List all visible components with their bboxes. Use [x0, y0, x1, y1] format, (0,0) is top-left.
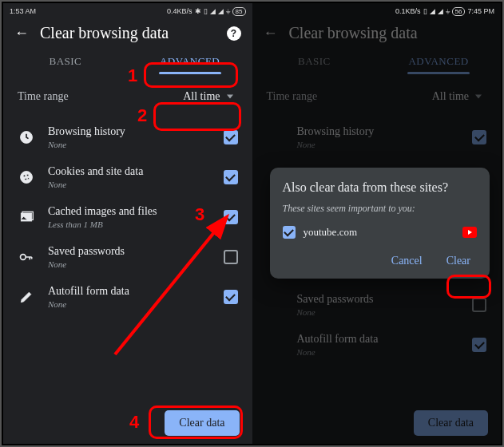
annotation-number: 2	[137, 105, 147, 126]
item-sub: None	[48, 259, 211, 269]
checkbox[interactable]	[224, 130, 238, 144]
checkbox[interactable]	[224, 250, 238, 264]
page-title: Clear browsing data	[40, 24, 227, 42]
tab-advanced[interactable]: ADVANCED	[128, 49, 252, 76]
dialog-heading: Also clear data from these sites?	[283, 180, 478, 195]
tab-basic[interactable]: BASIC	[252, 49, 377, 76]
clock-icon	[18, 129, 35, 146]
list-item[interactable]: Cookies and site data None	[3, 157, 252, 197]
signal-icon: ◢	[210, 7, 216, 15]
tab-advanced[interactable]: ADVANCED	[376, 49, 501, 76]
time-range-label: Time range	[267, 90, 421, 103]
item-sub: None	[297, 307, 460, 317]
status-net: 0.1KB/s	[395, 7, 421, 15]
checkbox[interactable]	[472, 338, 486, 352]
svg-point-8	[21, 255, 26, 260]
item-label: Cached images and files	[48, 205, 211, 218]
checkbox[interactable]	[472, 298, 486, 312]
phone-left: 1:53 AM 0.4KB/s ✱ ▯ ◢ ◢ ⏚ 85 ← Clear bro…	[3, 3, 252, 444]
svg-point-1	[21, 172, 33, 184]
time-range-label: Time range	[18, 90, 172, 103]
wifi-icon: ⏚	[446, 7, 450, 15]
youtube-icon	[462, 227, 477, 238]
svg-point-5	[28, 178, 30, 180]
title-bar: ← Clear browsing data ?	[3, 19, 252, 45]
help-icon[interactable]: ?	[227, 26, 241, 41]
pencil-icon	[18, 288, 35, 306]
image-icon	[18, 208, 35, 226]
checkbox[interactable]	[283, 226, 296, 239]
dialog-site-row[interactable]: youtube.com	[283, 226, 478, 239]
page-title: Clear browsing data	[289, 24, 490, 42]
signal-icon: ◢	[438, 7, 443, 15]
site-name: youtube.com	[304, 226, 358, 239]
item-label: Autofill form data	[48, 285, 211, 298]
signal-icon: ◢	[218, 7, 224, 15]
sim-icon: ▯	[204, 7, 208, 15]
svg-point-4	[25, 178, 27, 180]
signal-icon: ◢	[430, 7, 435, 15]
item-sub: None	[48, 299, 211, 309]
item-label: Saved passwords	[297, 293, 460, 306]
dialog-clear-button[interactable]: Clear	[440, 251, 477, 271]
item-label: Saved passwords	[48, 245, 211, 258]
item-sub: None	[297, 347, 460, 357]
item-label: Cookies and site data	[48, 165, 211, 178]
status-net: 0.4KB/s	[167, 7, 192, 15]
status-bar: 1:53 AM 0.4KB/s ✱ ▯ ◢ ◢ ⏚ 85	[3, 3, 252, 19]
phone-right: 0.1KB/s ▯ ◢ ◢ ⏚ 56 7:45 PM ← Clear brows…	[252, 3, 502, 444]
annotation-number: 1	[128, 65, 137, 86]
wifi-icon: ⏚	[226, 7, 230, 15]
title-bar: ← Clear browsing data	[252, 19, 502, 45]
bluetooth-icon: ✱	[195, 7, 201, 15]
time-range-select[interactable]: All time	[421, 87, 486, 106]
tabs: BASIC ADVANCED	[252, 49, 502, 76]
status-bar: 0.1KB/s ▯ ◢ ◢ ⏚ 56 7:45 PM	[252, 3, 502, 19]
item-sub: None	[48, 180, 211, 189]
item-label: Autofill form data	[297, 333, 460, 346]
tab-basic[interactable]: BASIC	[3, 49, 128, 76]
time-range-row: Time range All time	[252, 76, 502, 117]
item-sub: None	[297, 140, 460, 149]
clear-data-button[interactable]: Clear data	[414, 410, 488, 436]
item-sub: Less than 1 MB	[48, 220, 211, 229]
status-time: 7:45 PM	[467, 7, 494, 15]
key-icon	[18, 248, 35, 266]
clear-data-button[interactable]: Clear data	[165, 410, 239, 436]
sim-icon: ▯	[423, 7, 427, 15]
item-label: Browsing history	[48, 125, 211, 138]
time-range-select[interactable]: All time	[172, 87, 237, 106]
item-label: Browsing history	[297, 125, 460, 138]
list-item[interactable]: Cached images and files Less than 1 MB	[3, 197, 252, 237]
back-icon[interactable]: ←	[264, 25, 278, 42]
svg-point-2	[23, 175, 26, 177]
battery-icon: 56	[452, 7, 466, 16]
list-item[interactable]: Saved passwords None	[252, 285, 502, 325]
checkbox[interactable]	[224, 290, 238, 304]
annotation-number: 3	[195, 204, 204, 225]
list-item[interactable]: Browsing history None	[252, 117, 502, 157]
clock-icon	[267, 129, 284, 146]
checkbox[interactable]	[472, 130, 486, 144]
dialog-cancel-button[interactable]: Cancel	[385, 251, 429, 271]
cookie-icon	[18, 168, 35, 186]
confirm-dialog: Also clear data from these sites? These …	[270, 168, 490, 279]
checkbox[interactable]	[224, 210, 238, 224]
list-item[interactable]: Autofill form data None	[252, 325, 502, 365]
list-item[interactable]: Browsing history None	[3, 117, 252, 157]
back-icon[interactable]: ←	[14, 25, 29, 42]
pencil-icon	[267, 336, 284, 354]
svg-point-3	[26, 174, 29, 176]
key-icon	[267, 296, 284, 314]
annotation-number: 4	[129, 412, 139, 433]
list-item[interactable]: Autofill form data None	[3, 277, 252, 317]
list-item[interactable]: Saved passwords None	[3, 237, 252, 277]
battery-icon: 85	[232, 7, 246, 16]
checkbox[interactable]	[224, 170, 238, 184]
dialog-subtext: These sites seem important to you:	[283, 203, 478, 215]
status-time: 1:53 AM	[10, 7, 36, 15]
item-sub: None	[48, 140, 211, 149]
